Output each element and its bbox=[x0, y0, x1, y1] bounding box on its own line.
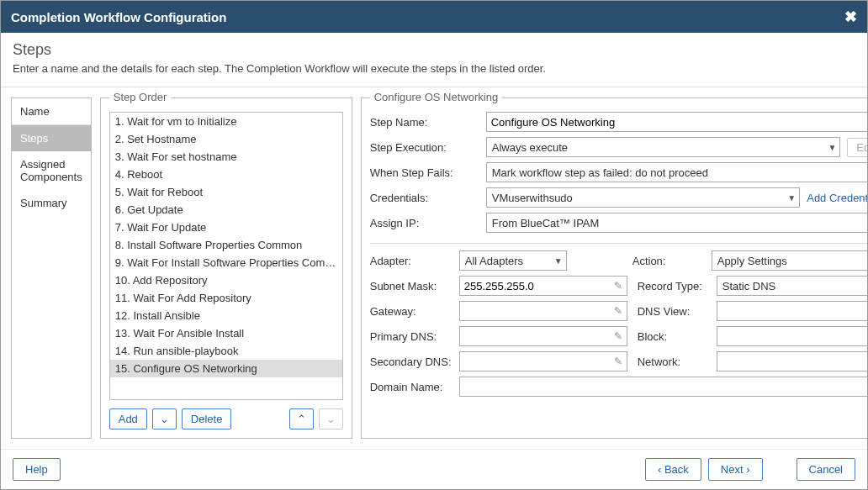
pencil-icon[interactable]: ✎ bbox=[610, 305, 627, 317]
nav-panel: Name Steps Assigned Components Summary bbox=[11, 97, 92, 439]
step-execution-label: Step Execution: bbox=[370, 141, 479, 154]
dns-view-input[interactable]: ✎ bbox=[717, 301, 867, 321]
cancel-button[interactable]: Cancel bbox=[797, 458, 855, 481]
footer: Help ‹ Back Next › Cancel bbox=[1, 449, 867, 489]
chevron-up-icon: ⌃ bbox=[297, 413, 306, 425]
chevron-left-icon: ‹ bbox=[658, 463, 664, 476]
chevron-down-icon: ⌄ bbox=[326, 413, 336, 425]
dns-view-label: DNS View: bbox=[638, 305, 712, 318]
step-list[interactable]: 1. Wait for vm to Initialize2. Set Hostn… bbox=[109, 112, 343, 400]
titlebar: Completion Workflow Configuration ✖ bbox=[1, 1, 867, 33]
step-controls: Add ⌄ Delete ⌃ ⌄ bbox=[109, 408, 343, 429]
help-button[interactable]: Help bbox=[13, 458, 61, 481]
step-item[interactable]: 4. Reboot bbox=[110, 166, 342, 183]
step-name-input[interactable] bbox=[486, 112, 867, 132]
primary-dns-label: Primary DNS: bbox=[370, 330, 454, 343]
header-section: Steps Enter a name and the details for e… bbox=[1, 33, 867, 87]
credentials-label: Credentials: bbox=[370, 192, 479, 204]
caret-down-icon: ▼ bbox=[828, 143, 836, 152]
add-dropdown-button[interactable]: ⌄ bbox=[152, 408, 177, 429]
close-icon[interactable]: ✖ bbox=[844, 8, 857, 26]
step-item[interactable]: 11. Wait For Add Repository bbox=[110, 289, 342, 307]
block-label: Block: bbox=[638, 330, 712, 343]
step-item[interactable]: 6. Get Update bbox=[110, 201, 342, 219]
chevron-right-icon: › bbox=[744, 463, 750, 476]
domain-name-label: Domain Name: bbox=[370, 381, 454, 393]
when-fails-select[interactable]: Mark workflow step as failed: do not pro… bbox=[486, 162, 867, 182]
config-panel: Configure OS Networking Step Name: Step … bbox=[361, 97, 867, 439]
domain-name-input[interactable]: ✎ bbox=[459, 377, 867, 397]
step-item[interactable]: 9. Wait For Install Software Properties … bbox=[110, 254, 342, 271]
step-item[interactable]: 13. Wait For Ansible Install bbox=[110, 324, 342, 342]
record-type-label: Record Type: bbox=[638, 280, 712, 292]
edit-button[interactable]: Edit bbox=[847, 138, 867, 157]
step-item[interactable]: 10. Add Repository bbox=[110, 271, 342, 289]
caret-down-icon: ▼ bbox=[554, 256, 563, 266]
pencil-icon[interactable]: ✎ bbox=[610, 280, 627, 292]
pencil-icon[interactable]: ✎ bbox=[610, 330, 627, 342]
when-fails-label: When Step Fails: bbox=[370, 166, 479, 179]
move-up-button[interactable]: ⌃ bbox=[289, 408, 314, 429]
step-item[interactable]: 14. Run ansible-playbook bbox=[110, 342, 342, 360]
page-subtext: Enter a name and the details for each st… bbox=[13, 62, 855, 75]
dialog: Completion Workflow Configuration ✖ Step… bbox=[0, 0, 868, 490]
subnet-mask-label: Subnet Mask: bbox=[370, 280, 454, 292]
step-item[interactable]: 2. Set Hostname bbox=[110, 130, 342, 148]
pencil-icon[interactable]: ✎ bbox=[610, 356, 627, 367]
primary-dns-input[interactable]: ✎ bbox=[459, 326, 627, 346]
adapter-select[interactable]: All Adapters ▼ bbox=[459, 250, 567, 271]
add-button[interactable]: Add bbox=[109, 408, 147, 429]
back-button[interactable]: ‹ Back bbox=[645, 458, 701, 481]
network-input[interactable]: ✎ bbox=[717, 351, 867, 371]
block-input[interactable]: ✎ bbox=[717, 326, 867, 346]
step-item[interactable]: 8. Install Software Properties Common bbox=[110, 236, 342, 254]
main-content: Name Steps Assigned Components Summary S… bbox=[1, 87, 867, 449]
nav-item-steps[interactable]: Steps bbox=[12, 125, 91, 151]
step-name-label: Step Name: bbox=[370, 116, 479, 129]
credentials-select[interactable]: VMuserwithsudo ▼ bbox=[486, 187, 801, 208]
divider bbox=[370, 243, 867, 244]
add-credentials-link[interactable]: Add Credentials bbox=[807, 192, 867, 204]
network-label: Network: bbox=[638, 356, 712, 368]
secondary-dns-label: Secondary DNS: bbox=[370, 356, 454, 368]
step-item[interactable]: 12. Install Ansible bbox=[110, 307, 342, 324]
subnet-mask-input[interactable]: ✎ bbox=[459, 276, 627, 296]
step-execution-select[interactable]: Always execute ▼ bbox=[486, 137, 841, 157]
move-down-button[interactable]: ⌄ bbox=[319, 408, 343, 429]
assign-ip-label: Assign IP: bbox=[370, 217, 479, 229]
record-type-select[interactable]: Static DNS ▼ bbox=[717, 276, 867, 296]
step-item[interactable]: 7. Wait For Update bbox=[110, 219, 342, 236]
config-legend: Configure OS Networking bbox=[370, 91, 502, 103]
step-item[interactable]: 15. Configure OS Networking bbox=[110, 360, 342, 377]
gateway-label: Gateway: bbox=[370, 305, 454, 318]
chevron-down-icon: ⌄ bbox=[160, 413, 169, 425]
delete-button[interactable]: Delete bbox=[182, 408, 232, 429]
secondary-dns-input[interactable]: ✎ bbox=[459, 351, 627, 371]
assign-ip-select[interactable]: From BlueCat™ IPAM ▼ bbox=[486, 213, 867, 233]
page-heading: Steps bbox=[13, 41, 855, 59]
nav-item-assigned-components[interactable]: Assigned Components bbox=[12, 151, 91, 190]
nav-header: Name bbox=[12, 98, 91, 125]
step-item[interactable]: 1. Wait for vm to Initialize bbox=[110, 113, 342, 130]
adapter-label: Adapter: bbox=[370, 255, 454, 267]
gateway-input[interactable]: ✎ bbox=[459, 301, 627, 321]
step-item[interactable]: 3. Wait For set hostname bbox=[110, 148, 342, 166]
caret-down-icon: ▼ bbox=[787, 193, 796, 203]
action-select[interactable]: Apply Settings ▼ bbox=[712, 250, 867, 271]
action-label: Action: bbox=[632, 255, 707, 267]
step-order-legend: Step Order bbox=[109, 91, 172, 103]
nav-item-summary[interactable]: Summary bbox=[12, 190, 91, 216]
dialog-title: Completion Workflow Configuration bbox=[11, 10, 226, 24]
step-order-panel: Step Order 1. Wait for vm to Initialize2… bbox=[100, 97, 352, 439]
step-item[interactable]: 5. Wait for Reboot bbox=[110, 183, 342, 201]
next-button[interactable]: Next › bbox=[708, 458, 763, 481]
